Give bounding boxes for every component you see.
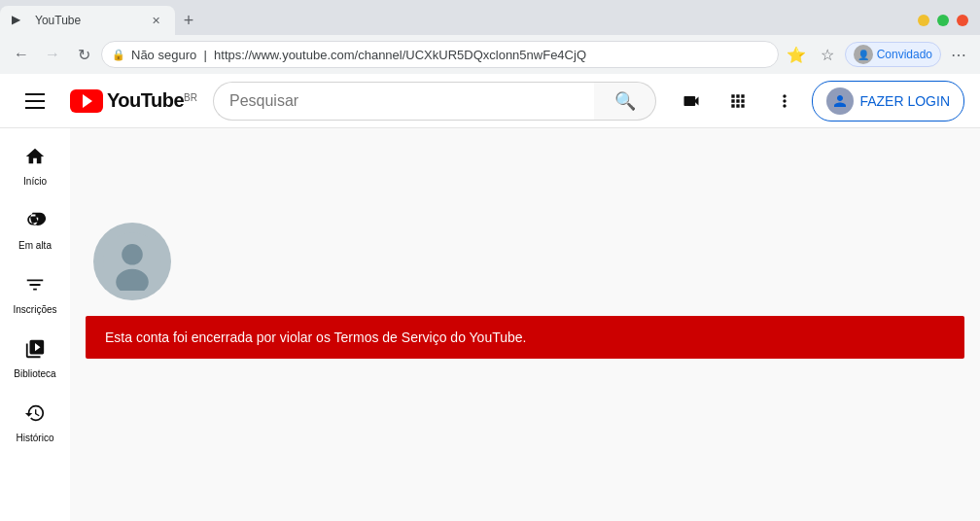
profile-label: Convidado — [877, 48, 932, 61]
error-message: Esta conta foi encerrada por violar os T… — [105, 330, 526, 345]
error-banner: Esta conta foi encerrada por violar os T… — [86, 316, 964, 359]
sidebar-item-history[interactable]: Histórico — [4, 393, 66, 453]
forward-button[interactable]: → — [39, 41, 66, 68]
history-icon — [24, 402, 46, 429]
tab-title: YouTube — [35, 14, 140, 27]
sidebar-history-label: Histórico — [17, 433, 54, 443]
tab-favicon: ▶ — [12, 13, 27, 28]
search-button[interactable]: 🔍 — [594, 82, 656, 121]
apps-button[interactable] — [718, 82, 757, 121]
browser-chrome: ▶ YouTube ✕ + ← → ↻ 🔒 Não seguro | https… — [0, 0, 980, 75]
sidebar-library-label: Biblioteca — [14, 368, 55, 379]
address-bar[interactable]: 🔒 Não seguro | https://www.youtube.com/c… — [101, 41, 779, 68]
extensions-button[interactable]: ⭐ — [783, 41, 810, 68]
profile-avatar: 👤 — [854, 45, 873, 64]
search-bar: 🔍 — [213, 82, 656, 121]
security-label: Não seguro | https://www.youtube.com/cha… — [131, 48, 768, 62]
header-actions: FAZER LOGIN — [672, 81, 964, 122]
maximize-button[interactable] — [937, 15, 949, 26]
sidebar-item-library[interactable]: Biblioteca — [4, 329, 66, 389]
close-button[interactable] — [957, 15, 968, 26]
settings-icon[interactable]: ⋯ — [945, 41, 972, 68]
login-avatar-icon — [826, 87, 854, 115]
channel-avatar — [93, 223, 171, 300]
nav-bar: ← → ↻ 🔒 Não seguro | https://www.youtube… — [0, 35, 980, 74]
reload-button[interactable]: ↻ — [70, 41, 97, 68]
more-options-button[interactable] — [765, 82, 804, 121]
youtube-logo-icon — [70, 89, 103, 113]
security-icon: 🔒 — [112, 49, 125, 61]
create-video-button[interactable] — [672, 82, 711, 121]
subscriptions-icon — [24, 274, 46, 300]
home-icon — [24, 146, 46, 172]
tab-close-button[interactable]: ✕ — [148, 13, 163, 28]
main-content: Esta conta foi encerrada por violar os T… — [70, 203, 980, 521]
svg-point-1 — [122, 244, 143, 265]
avatar-image — [103, 232, 161, 291]
minimize-button[interactable] — [918, 15, 929, 26]
youtube-sidebar: Início Em alta Inscrições Biblioteca His… — [0, 128, 70, 521]
sidebar-trending-label: Em alta — [18, 240, 52, 251]
youtube-logo-text: YouTube — [107, 89, 184, 111]
play-icon — [83, 94, 92, 108]
channel-header — [70, 203, 980, 316]
browser-tab[interactable]: ▶ YouTube ✕ — [0, 6, 175, 35]
sidebar-subscriptions-label: Inscrições — [13, 304, 56, 315]
window-controls — [918, 15, 980, 26]
menu-button[interactable] — [16, 82, 54, 121]
youtube-header: YouTubeBR 🔍 FAZER LOGIN — [0, 74, 980, 128]
youtube-logo[interactable]: YouTubeBR — [70, 89, 197, 113]
sidebar-home-label: Início — [23, 176, 47, 187]
profile-button[interactable]: 👤 Convidado — [845, 42, 941, 67]
tab-bar: ▶ YouTube ✕ + — [0, 0, 980, 35]
youtube-country-code: BR — [184, 92, 197, 103]
login-button[interactable]: FAZER LOGIN — [812, 81, 964, 122]
login-button-label: FAZER LOGIN — [859, 93, 950, 109]
hamburger-icon — [25, 93, 45, 109]
back-button[interactable]: ← — [8, 41, 35, 68]
sidebar-item-subscriptions[interactable]: Inscrições — [4, 264, 66, 325]
sidebar-item-home[interactable]: Início — [4, 136, 66, 196]
new-tab-button[interactable]: + — [175, 7, 202, 34]
trending-icon — [24, 210, 46, 236]
sidebar-item-trending[interactable]: Em alta — [4, 200, 66, 260]
library-icon — [24, 338, 46, 365]
search-input[interactable] — [213, 82, 594, 121]
bookmark-button[interactable]: ☆ — [814, 41, 841, 68]
